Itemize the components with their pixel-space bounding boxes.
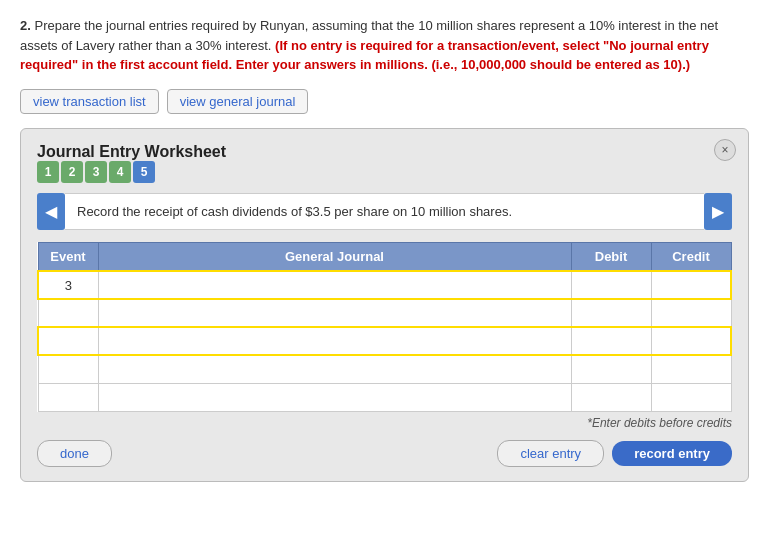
question-text: 2. Prepare the journal entries required … <box>20 16 749 75</box>
debit-cell[interactable] <box>571 271 651 299</box>
debit-input-4[interactable] <box>578 362 645 377</box>
tab-row: 1 2 3 4 5 <box>37 161 732 183</box>
view-journal-btn[interactable]: view general journal <box>167 89 309 114</box>
credit-cell[interactable] <box>651 355 731 383</box>
tab-1[interactable]: 1 <box>37 161 59 183</box>
close-button[interactable]: × <box>714 139 736 161</box>
debit-cell[interactable] <box>571 355 651 383</box>
debit-input-3[interactable] <box>578 334 645 349</box>
credit-cell[interactable] <box>651 383 731 411</box>
credit-input-1[interactable] <box>658 278 725 293</box>
question-number: 2. <box>20 18 31 33</box>
event-cell: 3 <box>38 271 98 299</box>
worksheet-title: Journal Entry Worksheet <box>37 143 226 160</box>
nav-row: ◀ Record the receipt of cash dividends o… <box>37 193 732 231</box>
event-cell <box>38 327 98 355</box>
credit-cell[interactable] <box>651 299 731 327</box>
table-row: 3 <box>38 271 731 299</box>
journal-cell[interactable] <box>98 271 571 299</box>
credit-cell[interactable] <box>651 327 731 355</box>
done-button[interactable]: done <box>37 440 112 467</box>
event-cell <box>38 383 98 411</box>
journal-cell[interactable] <box>98 383 571 411</box>
event-cell <box>38 299 98 327</box>
credit-input-3[interactable] <box>658 334 725 349</box>
journal-input-5[interactable] <box>105 390 565 405</box>
table-row <box>38 299 731 327</box>
debit-input-1[interactable] <box>578 278 645 293</box>
debit-credit-hint: *Enter debits before credits <box>37 416 732 430</box>
tab-2[interactable]: 2 <box>61 161 83 183</box>
col-journal: General Journal <box>98 243 571 272</box>
journal-cell[interactable] <box>98 355 571 383</box>
debit-input-2[interactable] <box>578 306 645 321</box>
nav-right-arrow[interactable]: ▶ <box>704 193 732 231</box>
top-button-row: view transaction list view general journ… <box>20 89 749 114</box>
event-cell <box>38 355 98 383</box>
credit-input-4[interactable] <box>658 362 725 377</box>
credit-input-5[interactable] <box>658 390 725 405</box>
table-row <box>38 383 731 411</box>
col-debit: Debit <box>571 243 651 272</box>
worksheet-container: Journal Entry Worksheet × 1 2 3 4 5 ◀ Re… <box>20 128 749 482</box>
journal-input-1[interactable] <box>105 278 565 293</box>
nav-description: Record the receipt of cash dividends of … <box>65 193 704 231</box>
journal-table: Event General Journal Debit Credit 3 <box>37 242 732 412</box>
view-transaction-btn[interactable]: view transaction list <box>20 89 159 114</box>
table-row <box>38 355 731 383</box>
tab-3[interactable]: 3 <box>85 161 107 183</box>
debit-input-5[interactable] <box>578 390 645 405</box>
journal-input-3[interactable] <box>105 334 565 349</box>
journal-cell[interactable] <box>98 299 571 327</box>
debit-cell[interactable] <box>571 327 651 355</box>
debit-cell[interactable] <box>571 299 651 327</box>
journal-cell[interactable] <box>98 327 571 355</box>
clear-entry-button[interactable]: clear entry <box>497 440 604 467</box>
tab-5[interactable]: 5 <box>133 161 155 183</box>
tab-4[interactable]: 4 <box>109 161 131 183</box>
col-credit: Credit <box>651 243 731 272</box>
nav-left-arrow[interactable]: ◀ <box>37 193 65 231</box>
journal-input-2[interactable] <box>105 306 565 321</box>
debit-cell[interactable] <box>571 383 651 411</box>
record-entry-button[interactable]: record entry <box>612 441 732 466</box>
table-row <box>38 327 731 355</box>
credit-input-2[interactable] <box>658 306 725 321</box>
credit-cell[interactable] <box>651 271 731 299</box>
action-row: done clear entry record entry <box>37 440 732 467</box>
journal-input-4[interactable] <box>105 362 565 377</box>
col-event: Event <box>38 243 98 272</box>
